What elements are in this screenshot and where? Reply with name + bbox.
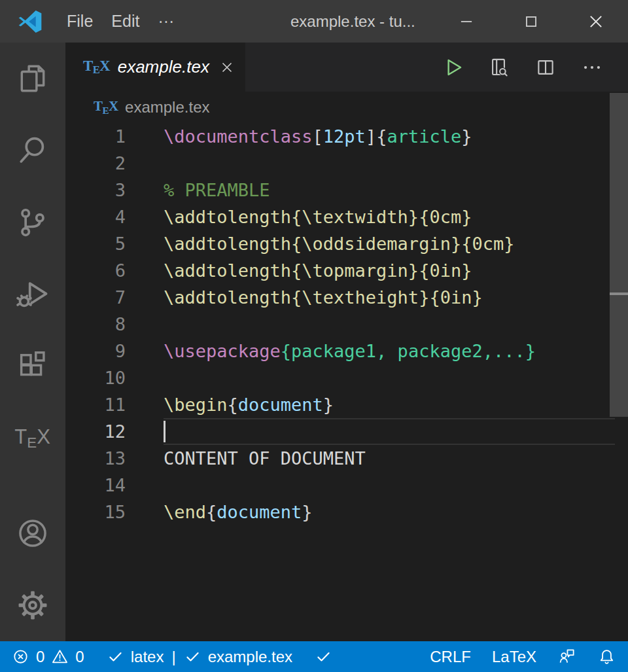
code-line-6[interactable]: 6\addtolength{\topmargin}{0in} xyxy=(65,257,628,284)
code-text xyxy=(126,472,164,499)
line-number: 15 xyxy=(65,499,126,525)
code-text: \usepackage{package1, package2,...} xyxy=(126,338,536,364)
tab-bar: TEX example.tex xyxy=(65,43,628,92)
code-text: \addtolength{\topmargin}{0in} xyxy=(126,257,472,284)
maximize-button[interactable] xyxy=(498,0,563,43)
feedback-icon[interactable] xyxy=(557,647,576,666)
eol-indicator[interactable]: CRLF xyxy=(430,648,471,666)
language-mode[interactable]: LaTeX xyxy=(492,648,536,666)
latex-workshop-icon[interactable]: TEX xyxy=(0,402,65,474)
code-lines: 1\documentclass[12pt]{article}23% PREAMB… xyxy=(65,123,628,525)
vscode-logo-icon xyxy=(17,9,43,35)
code-line-7[interactable]: 7\addtolength{\textheight}{0in} xyxy=(65,284,628,311)
line-number: 11 xyxy=(65,391,126,418)
status-bar-right: CRLF LaTeX xyxy=(430,647,616,666)
line-number: 9 xyxy=(65,338,126,364)
code-text: \end{document} xyxy=(126,499,313,525)
latex-recipe-indicator[interactable]: latex | example.tex xyxy=(107,648,292,666)
menu-edit[interactable]: Edit xyxy=(102,12,148,31)
breadcrumb: TEX example.tex xyxy=(65,92,628,123)
window-controls xyxy=(434,0,628,43)
line-number: 1 xyxy=(65,123,126,150)
line-number: 6 xyxy=(65,257,126,284)
status-bar: 0 0 latex | example.tex CRLF LaTeX xyxy=(0,641,628,672)
code-text xyxy=(126,150,164,177)
more-actions-icon[interactable] xyxy=(581,56,603,79)
account-icon[interactable] xyxy=(0,497,65,569)
text-cursor xyxy=(164,421,166,442)
split-editor-icon[interactable] xyxy=(534,56,557,79)
source-control-icon[interactable] xyxy=(0,186,65,258)
code-text: % PREAMBLE xyxy=(126,177,270,203)
code-line-12[interactable]: 12 xyxy=(65,418,628,445)
check-icon xyxy=(315,648,332,665)
title-bar: File Edit ··· example.tex - tu... xyxy=(0,0,628,43)
vertical-scrollbar[interactable] xyxy=(610,93,628,417)
extensions-icon[interactable] xyxy=(0,330,65,402)
code-line-13[interactable]: 13CONTENT OF DOCUMENT xyxy=(65,445,628,472)
build-target-label: latex xyxy=(131,648,164,666)
code-line-2[interactable]: 2 xyxy=(65,150,628,177)
menu-file[interactable]: File xyxy=(58,12,102,31)
code-line-3[interactable]: 3% PREAMBLE xyxy=(65,177,628,203)
run-debug-icon[interactable] xyxy=(0,258,65,330)
tab-example-tex[interactable]: TEX example.tex xyxy=(65,43,245,92)
code-line-4[interactable]: 4\addtolength{\textwidth}{0cm} xyxy=(65,203,628,230)
search-icon[interactable] xyxy=(0,115,65,186)
code-line-8[interactable]: 8 xyxy=(65,311,628,338)
code-line-11[interactable]: 11\begin{document} xyxy=(65,391,628,418)
line-number: 4 xyxy=(65,203,126,230)
menu-bar: File Edit ··· xyxy=(58,12,183,31)
status-bar-left: 0 0 latex | example.tex xyxy=(12,648,332,666)
code-line-14[interactable]: 14 xyxy=(65,472,628,499)
notifications-bell-icon[interactable] xyxy=(597,647,616,666)
close-tab-icon[interactable] xyxy=(219,60,235,75)
code-text: \addtolength{\textheight}{0in} xyxy=(126,284,483,311)
warning-icon xyxy=(51,648,69,665)
error-icon xyxy=(12,648,29,665)
menu-more[interactable]: ··· xyxy=(148,12,183,31)
code-line-5[interactable]: 5\addtolength{\oddsidemargin}{0cm} xyxy=(65,230,628,257)
check-icon xyxy=(184,648,201,665)
code-text xyxy=(126,418,164,445)
main-area: TEX xyxy=(0,43,628,641)
code-text: \addtolength{\oddsidemargin}{0cm} xyxy=(126,230,514,257)
line-number: 5 xyxy=(65,230,126,257)
tab-label: example.tex xyxy=(118,57,209,77)
line-number: 8 xyxy=(65,311,126,338)
window-title: example.tex - tu... xyxy=(290,0,415,43)
active-file-label: example.tex xyxy=(208,648,292,666)
editor-actions xyxy=(442,43,628,92)
tex-file-icon: TEX xyxy=(83,58,111,77)
explorer-icon[interactable] xyxy=(0,43,65,115)
vscode-window: File Edit ··· example.tex - tu... xyxy=(0,0,628,672)
activity-bar: TEX xyxy=(0,43,65,641)
build-latex-icon[interactable] xyxy=(442,56,464,79)
line-number: 12 xyxy=(65,418,126,445)
minimize-button[interactable] xyxy=(434,0,498,43)
code-line-10[interactable]: 10 xyxy=(65,364,628,391)
line-number: 13 xyxy=(65,445,126,472)
code-text: \begin{document} xyxy=(126,391,334,418)
compile-status-indicator[interactable] xyxy=(315,648,332,665)
code-text xyxy=(126,364,164,391)
separator: | xyxy=(170,648,177,666)
editor-group: TEX example.tex xyxy=(65,43,628,641)
tex-file-icon: TEX xyxy=(94,98,118,116)
code-line-15[interactable]: 15\end{document} xyxy=(65,499,628,525)
code-editor[interactable]: 1\documentclass[12pt]{article}23% PREAMB… xyxy=(65,123,628,641)
code-text: \documentclass[12pt]{article} xyxy=(126,123,472,150)
warning-count: 0 xyxy=(75,648,84,666)
line-number: 10 xyxy=(65,364,126,391)
line-number: 7 xyxy=(65,284,126,311)
line-number: 14 xyxy=(65,472,126,499)
breadcrumb-item-file[interactable]: example.tex xyxy=(125,98,209,116)
close-window-button[interactable] xyxy=(563,0,628,43)
code-line-9[interactable]: 9\usepackage{package1, package2,...} xyxy=(65,338,628,364)
problems-indicator[interactable]: 0 0 xyxy=(12,648,84,666)
settings-gear-icon[interactable] xyxy=(0,569,65,641)
view-latex-pdf-icon[interactable] xyxy=(488,56,510,79)
overview-ruler-cursor-marker xyxy=(610,292,628,295)
line-number: 3 xyxy=(65,177,126,203)
code-line-1[interactable]: 1\documentclass[12pt]{article} xyxy=(65,123,628,150)
